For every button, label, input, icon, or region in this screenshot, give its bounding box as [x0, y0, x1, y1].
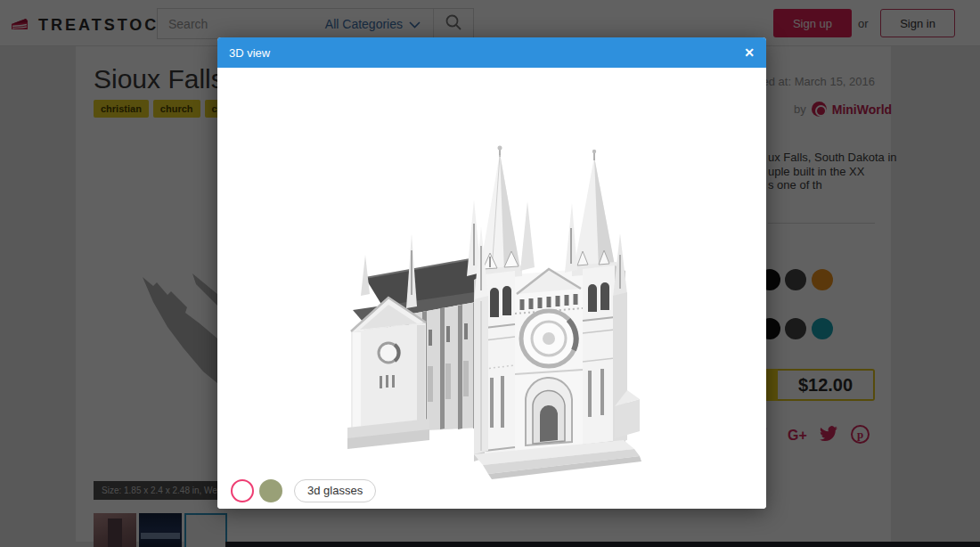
model-color-option-green[interactable]: [259, 479, 282, 502]
cathedral-3d-model: [217, 68, 766, 509]
cathedral-3d-model-viewer[interactable]: [217, 68, 766, 509]
viewer-controls: 3d glasses: [231, 479, 376, 502]
3d-glasses-button[interactable]: 3d glasses: [294, 479, 376, 502]
close-icon[interactable]: ✕: [744, 46, 755, 59]
app-root: TREATSTOCK All Categories Sign up: [0, 0, 980, 547]
modal-body: 3d glasses: [217, 68, 766, 509]
model-color-option-white[interactable]: [231, 479, 254, 502]
modal-title: 3D view: [229, 46, 270, 60]
3d-view-modal: 3D view ✕: [217, 37, 766, 509]
modal-header: 3D view ✕: [217, 37, 766, 68]
